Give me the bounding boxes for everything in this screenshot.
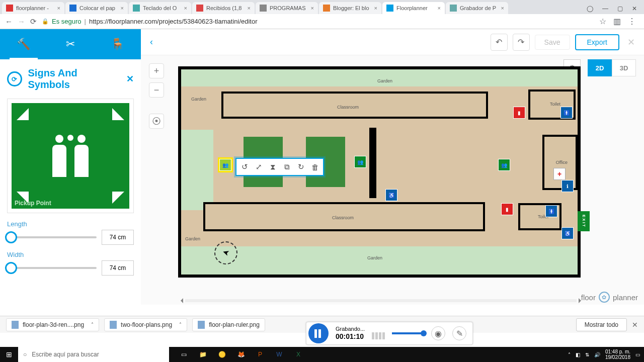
export-button[interactable]: Export: [575, 34, 619, 50]
restroom-sign-icon[interactable]: 🚹: [545, 205, 557, 217]
browser-tab[interactable]: Colocar el pap×: [65, 2, 128, 14]
zoom-in-button[interactable]: +: [149, 63, 164, 78]
close-icon[interactable]: ×: [501, 5, 504, 11]
tool-tab-furnish[interactable]: 🪑: [94, 29, 141, 59]
browser-tab[interactable]: Teclado del O×: [129, 2, 191, 14]
browser-tab[interactable]: Recibidos (1,8×: [192, 2, 255, 14]
view-3d-button[interactable]: 3D: [612, 59, 636, 76]
restroom-sign-icon[interactable]: 🚹: [560, 107, 573, 119]
download-item[interactable]: floor-plan-3d-ren....png˄: [6, 318, 99, 331]
taskbar-clock[interactable]: 01:48 p. m.19/02/2018: [605, 349, 630, 360]
screen-recorder-bar[interactable]: ▌▌ Grabando... 00:01:10 ◉ ✎: [306, 322, 473, 345]
menu-icon[interactable]: ⋮: [628, 17, 636, 26]
recorder-tray-icon[interactable]: ◧: [576, 352, 580, 357]
profile-icon[interactable]: ◯: [587, 5, 593, 12]
annotate-button[interactable]: ✎: [452, 326, 466, 340]
close-icon[interactable]: ×: [57, 5, 60, 11]
sign-preview[interactable]: Pickup Point: [7, 99, 134, 213]
resize-button[interactable]: ⤢: [252, 160, 266, 174]
audio-level-icon: [372, 327, 385, 339]
back-icon[interactable]: ←: [5, 17, 13, 26]
network-icon[interactable]: ⇅: [585, 352, 589, 357]
accessibility-sign-icon[interactable]: ♿: [561, 227, 574, 239]
browser-tab-active[interactable]: Floorplanner×: [382, 2, 445, 14]
floor-plan[interactable]: Garden Garden Classroom Toilet 🚹 ▮ 👥 👥 👥…: [178, 66, 581, 278]
close-app-icon[interactable]: ✕: [627, 37, 635, 48]
info-sign-icon[interactable]: ℹ: [561, 180, 574, 192]
task-view-icon[interactable]: ▭: [175, 347, 192, 362]
close-icon[interactable]: ×: [248, 5, 251, 11]
rotate-ccw-button[interactable]: ↺: [237, 160, 252, 174]
accessibility-sign-icon[interactable]: ♿: [385, 189, 397, 201]
url-field[interactable]: 🔒 Es seguro | https://floorplanner.com/p…: [42, 18, 594, 25]
close-icon[interactable]: ×: [438, 5, 441, 11]
copy-button[interactable]: ⧉: [280, 160, 294, 174]
chevron-up-icon[interactable]: ˄: [91, 322, 94, 327]
star-icon[interactable]: ☆: [599, 17, 606, 26]
pause-recording-button[interactable]: ▌▌: [308, 323, 329, 343]
start-button[interactable]: ⊞: [0, 350, 18, 358]
assembly-sign-icon[interactable]: 👥: [498, 159, 510, 171]
taskbar-search[interactable]: ○ Escribe aquí para buscar: [18, 347, 169, 362]
close-icon[interactable]: ×: [184, 5, 187, 11]
firefox-icon[interactable]: 🦊: [232, 347, 250, 362]
zoom-out-button[interactable]: −: [149, 82, 164, 98]
word-icon[interactable]: W: [271, 347, 288, 362]
mirror-button[interactable]: ⧗: [266, 160, 280, 174]
width-label: Width: [7, 251, 134, 258]
width-value[interactable]: 74 cm: [102, 260, 134, 276]
file-explorer-icon[interactable]: 📁: [194, 347, 211, 362]
close-downloads-icon[interactable]: ✕: [632, 321, 638, 329]
download-item[interactable]: two-floor-plans.png˄: [104, 318, 187, 331]
reload-icon[interactable]: ⟳: [30, 17, 37, 26]
close-window-icon[interactable]: ✕: [632, 5, 637, 12]
volume-icon[interactable]: 🔊: [594, 352, 600, 357]
delete-button[interactable]: 🗑: [308, 160, 322, 174]
powerpoint-icon[interactable]: P: [252, 347, 269, 362]
redo-button[interactable]: ↷: [513, 34, 530, 51]
close-icon[interactable]: ×: [311, 5, 314, 11]
undo-button[interactable]: ↶: [491, 34, 508, 51]
extension-icon[interactable]: ▥: [613, 17, 621, 26]
save-button[interactable]: Save: [535, 35, 570, 50]
width-slider[interactable]: [7, 267, 97, 269]
notifications-icon[interactable]: ▭: [635, 352, 640, 357]
sidebar: 🔨 ✂ 🪑 ⟳ Signs And Symbols ✕ Pickup Point…: [0, 29, 141, 316]
browser-tab[interactable]: Grabador de P×: [446, 2, 508, 14]
maximize-icon[interactable]: ▢: [617, 5, 623, 12]
center-button[interactable]: ⦿: [149, 114, 164, 129]
close-icon[interactable]: ×: [121, 5, 124, 11]
browser-tab[interactable]: PROGRAMAS×: [256, 2, 318, 14]
browser-tab[interactable]: floorplanner -×: [2, 2, 64, 14]
chrome-icon[interactable]: 🟡: [213, 347, 230, 362]
chevron-up-icon[interactable]: ˄: [179, 322, 182, 327]
canvas[interactable]: + − ⦿ ⚙ 2D 3D Garden Garden Classroom To…: [141, 55, 644, 305]
length-label: Length: [7, 220, 134, 228]
rotate-cw-button[interactable]: ↻: [294, 160, 308, 174]
browser-tab[interactable]: Blogger: El blo×: [319, 2, 381, 14]
assembly-sign-icon[interactable]: 👥: [354, 156, 366, 168]
volume-slider[interactable]: [392, 332, 424, 334]
exit-sign-icon[interactable]: EXIT: [578, 211, 590, 231]
recording-status: Grabando...: [336, 326, 365, 332]
webcam-toggle-button[interactable]: ◉: [431, 326, 445, 340]
close-panel-icon[interactable]: ✕: [126, 73, 134, 84]
assembly-sign-selected[interactable]: 👥: [219, 159, 231, 171]
fire-extinguisher-icon[interactable]: ▮: [513, 107, 525, 119]
view-2d-button[interactable]: 2D: [588, 59, 612, 76]
minimize-icon[interactable]: —: [602, 5, 608, 12]
tool-tab-decorate[interactable]: ✂: [47, 29, 94, 59]
first-aid-icon[interactable]: +: [553, 168, 566, 180]
horizontal-scrollbar[interactable]: [178, 298, 584, 304]
tool-tab-build[interactable]: 🔨: [0, 29, 47, 59]
show-all-downloads-button[interactable]: Mostrar todo: [576, 318, 627, 331]
compass-icon[interactable]: [214, 241, 237, 264]
length-value[interactable]: 74 cm: [102, 230, 134, 245]
fire-extinguisher-icon[interactable]: ▮: [501, 203, 513, 215]
tray-chevron-icon[interactable]: ˄: [568, 352, 571, 357]
close-icon[interactable]: ×: [374, 5, 377, 11]
download-item[interactable]: floor-plan-ruler.png: [192, 318, 265, 331]
back-button[interactable]: ‹: [150, 37, 153, 47]
excel-icon[interactable]: X: [290, 347, 307, 362]
length-slider[interactable]: [7, 236, 97, 238]
